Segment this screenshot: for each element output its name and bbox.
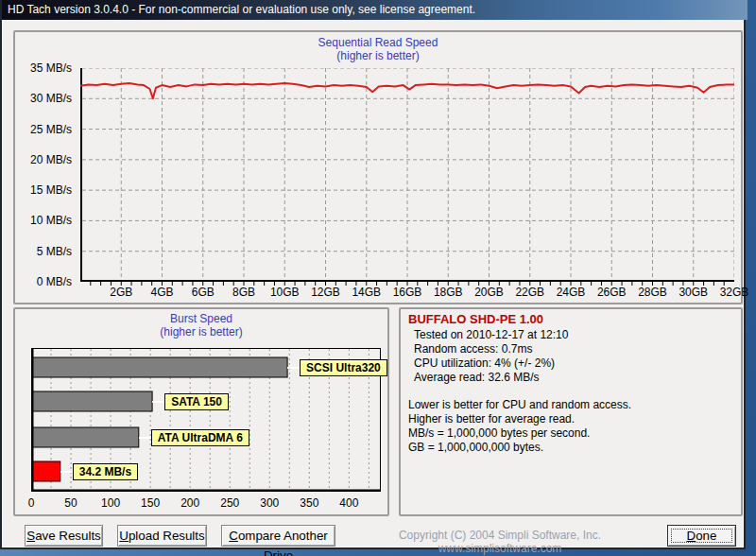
sequential-chart-subtitle: (higher is better) [15,49,741,62]
compare-another-drive-button[interactable]: Compare Another Drive [221,525,335,547]
tested-on-line: Tested on 2010-12-17 at 12:10 [414,328,733,342]
bar-label-connector [287,367,300,369]
burst-x-tick-label: 400 [325,496,372,509]
note-gb-definition: GB = 1,000,000,000 bytes. [408,441,733,455]
note-mbs-definition: MB/s = 1,000,000 bytes per second. [408,426,733,441]
drive-name: BUFFALO SHD-PE 1.00 [408,312,733,326]
y-tick-label: 0 MB/s [15,275,72,287]
y-tick-label: 10 MB/s [15,214,72,226]
sequential-read-panel: Sequential Read Speed (higher is better)… [13,30,743,304]
bar-label-connector [139,437,151,439]
average-read-line: Average read: 32.6 MB/s [414,371,733,385]
title-bar[interactable]: HD Tach version 3.0.4.0 - For non-commer… [2,0,747,20]
y-tick-label: 5 MB/s [15,245,72,257]
bar-value-label: SCSI Ultra320 [300,359,387,376]
sequential-read-plot [80,68,734,288]
y-tick-label: 30 MB/s [15,92,72,104]
cpu-utilization-line: CPU utilization: 4% (+/- 2%) [414,356,733,371]
burst-speed-panel: Burst Speed (higher is better) SCSI Ultr… [13,307,389,516]
drive-info-panel: BUFFALO SHD-PE 1.00 Tested on 2010-12-17… [399,307,743,516]
note-lower-better: Lower is better for CPU and random acces… [408,398,733,412]
burst-chart-subtitle: (higher is better) [15,325,387,339]
bar-label-connector [152,401,164,403]
bar-value-label: 34.2 MB/s [73,463,138,480]
bar-value-label: SATA 150 [164,393,229,410]
desktop-background: HD Tach version 3.0.4.0 - For non-commer… [0,0,756,556]
note-higher-better: Higher is better for average read. [408,412,733,426]
y-tick-label: 20 MB/s [15,153,72,165]
sequential-chart-title: Sequential Read Speed [15,36,741,49]
y-tick-label: 25 MB/s [15,123,72,135]
y-tick-label: 15 MB/s [15,183,72,196]
upload-results-button[interactable]: Upload Results [117,525,207,547]
save-results-button[interactable]: Save Results [25,525,103,547]
random-access-line: Random access: 0.7ms [414,342,733,356]
hdtach-window: HD Tach version 3.0.4.0 - For non-commer… [0,0,746,549]
x-tick-label: 32GB [711,286,756,298]
y-tick-label: 35 MB/s [15,61,72,74]
burst-chart-title: Burst Speed [15,312,387,325]
done-button[interactable]: Done [667,525,736,547]
copyright-text: Copyright (C) 2004 Simpli Software, Inc.… [344,529,656,555]
window-title: HD Tach version 3.0.4.0 - For non-commer… [8,3,475,16]
bar-value-label: ATA UltraDMA 6 [151,429,249,446]
bar-label-connector [60,471,73,473]
